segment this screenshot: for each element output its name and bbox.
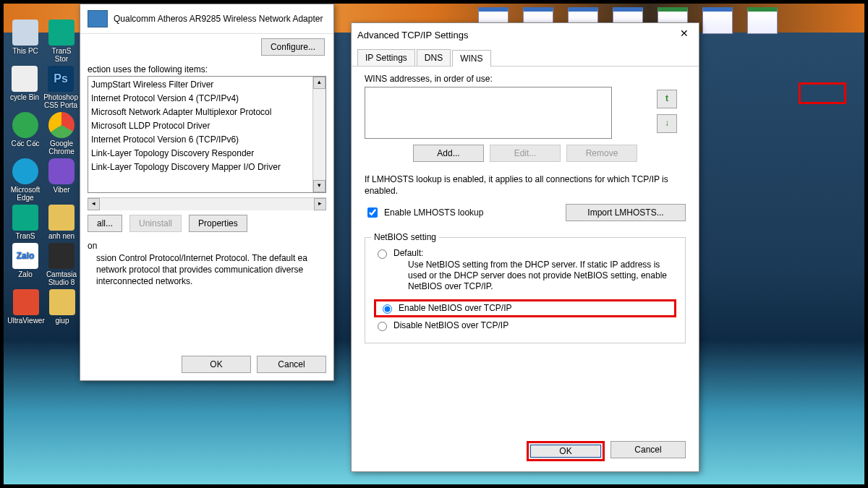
connection-items-list[interactable]: JumpStart Wireless Filter Driver Interne… [88, 76, 326, 193]
netbios-group-label: NetBIOS setting [371, 232, 439, 242]
desktop-icon-recycle[interactable]: cycle Bin [9, 66, 41, 109]
list-item[interactable]: JumpStart Wireless Filter Driver [91, 78, 323, 92]
tab-strip: IP Settings DNS WINS [352, 46, 699, 67]
list-item[interactable]: Link-Layer Topology Discovery Responder [91, 147, 323, 160]
adapter-name: Qualcomm Atheros AR9285 Wireless Network… [114, 14, 323, 24]
enable-lmhosts-checkbox[interactable]: Enable LMHOSTS lookup [365, 205, 483, 220]
desktop-icon-thispc[interactable]: This PC [9, 20, 42, 63]
netbios-default-desc: Use NetBIOS setting from the DHCP server… [408, 260, 676, 292]
list-item[interactable]: Link-Layer Topology Discovery Mapper I/O… [91, 160, 323, 174]
add-button[interactable]: Add... [413, 145, 484, 162]
adapter-icon [88, 10, 108, 27]
desktop-icon-camtasia[interactable]: Camtasia Studio 8 [45, 243, 78, 286]
props-cancel-button[interactable]: Cancel [257, 356, 326, 373]
edit-button: Edit... [490, 145, 561, 162]
desktop-icon-zalo[interactable]: ZaloZalo [9, 243, 42, 286]
import-lmhosts-button[interactable]: Import LMHOSTS... [566, 204, 686, 221]
list-item[interactable]: Internet Protocol Version 6 (TCP/IPv6) [91, 133, 323, 147]
wins-addresses-label: WINS addresses, in order of use: [365, 74, 686, 84]
scroll-up-icon[interactable]: ▴ [313, 77, 326, 89]
scroll-right-icon[interactable]: ▸ [314, 198, 326, 210]
desktop-icons: This PC TranS Stor cycle Bin PsPhotoshop… [7, 18, 80, 326]
move-down-button[interactable]: ↓ [657, 114, 677, 133]
close-icon[interactable]: ✕ [676, 27, 693, 42]
adv-ok-button[interactable]: OK [527, 441, 605, 461]
netbios-disable-radio[interactable]: Disable NetBIOS over TCP/IP [374, 320, 676, 331]
desktop-icon-viber[interactable]: Viber [45, 158, 78, 202]
desktop-icon-giup[interactable]: giup [46, 289, 78, 325]
list-item[interactable]: Microsoft LLDP Protocol Driver [91, 119, 323, 133]
list-item[interactable]: Microsoft Network Adapter Multiplexor Pr… [91, 106, 323, 119]
list-scrollbar[interactable]: ▴ ▾ [312, 77, 326, 192]
desktop-icon-trans[interactable]: TranS Stor [45, 20, 78, 63]
adv-cancel-button[interactable]: Cancel [610, 441, 686, 458]
tab-dns[interactable]: DNS [417, 49, 451, 66]
remove-button: Remove [566, 145, 637, 162]
description-heading: on [80, 236, 333, 251]
description-text: ssion Control Protocol/Internet Protocol… [80, 251, 333, 291]
list-h-scrollbar[interactable]: ◂ ▸ [88, 197, 326, 210]
scroll-left-icon[interactable]: ◂ [88, 198, 100, 210]
advanced-tcpip-dialog: Advanced TCP/IP Settings ✕ IP Settings D… [351, 22, 699, 472]
dialog-title: Advanced TCP/IP Settings [357, 30, 468, 40]
enable-lmhosts-input[interactable] [367, 207, 378, 218]
list-item[interactable]: Internet Protocol Version 4 (TCP/IPv4) [91, 92, 323, 106]
desktop-icon-photoshop[interactable]: PsPhotoshop CS5 Porta [43, 66, 78, 109]
configure-button[interactable]: Configure... [261, 38, 325, 56]
desktop-icon-coccoc[interactable]: Cốc Cốc [9, 112, 42, 155]
tab-ipsettings[interactable]: IP Settings [357, 49, 415, 66]
uninstall-button: Uninstall [129, 215, 182, 232]
connection-items-label: ection uses the following items: [80, 60, 333, 76]
wins-address-list[interactable] [365, 87, 612, 139]
netbios-default-radio[interactable]: Default: Use NetBIOS setting from the DH… [374, 248, 676, 296]
network-properties-dialog: Qualcomm Atheros AR9285 Wireless Network… [80, 4, 334, 381]
desktop-icon-anhnen[interactable]: anh nen [45, 205, 78, 240]
desktop-icon-trans2[interactable]: TranS [9, 205, 42, 240]
props-ok-button[interactable]: OK [182, 356, 251, 373]
desktop-icon-chrome[interactable]: Google Chrome [45, 112, 78, 155]
desktop-icon-edge[interactable]: Microsoft Edge [9, 158, 42, 202]
netbios-enable-radio[interactable]: Enable NetBIOS over TCP/IP [374, 299, 676, 317]
tab-wins[interactable]: WINS [452, 50, 490, 67]
properties-button[interactable]: Properties [189, 215, 247, 232]
move-up-button[interactable]: t [657, 90, 677, 108]
lmhosts-note: If LMHOSTS lookup is enabled, it applies… [365, 174, 686, 197]
desktop-icon-ultraviewer[interactable]: UltraViewer [9, 289, 43, 325]
scroll-down-icon[interactable]: ▾ [313, 180, 326, 192]
install-button[interactable]: all... [88, 215, 122, 232]
